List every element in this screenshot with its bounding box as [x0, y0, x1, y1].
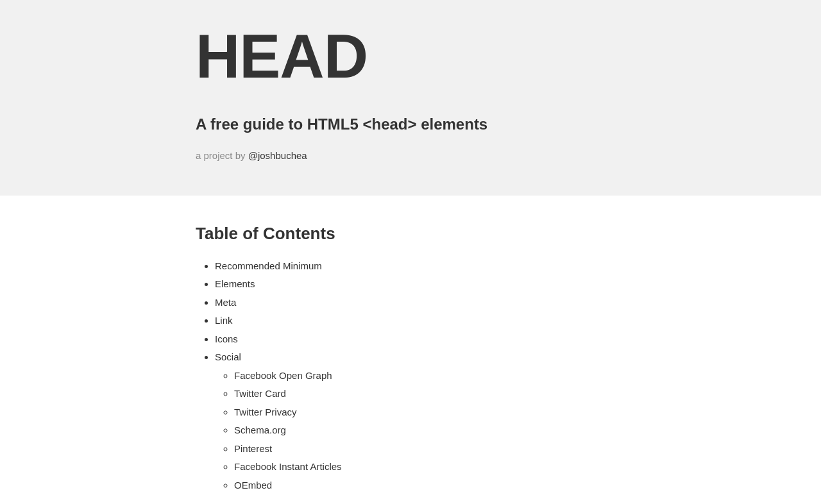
toc-heading: Table of Contents [196, 221, 625, 246]
list-item: Elements [215, 277, 625, 292]
byline-prefix: a project by [196, 150, 248, 161]
toc-link-link[interactable]: Link [215, 315, 233, 326]
list-item: Recommended Minimum [215, 259, 625, 274]
hero-subtitle: A free guide to HTML5 <head> elements [196, 113, 625, 136]
list-item: Icons [215, 332, 625, 347]
toc-link-facebook-open-graph[interactable]: Facebook Open Graph [234, 370, 332, 381]
byline-author-link[interactable]: @joshbuchea [248, 150, 307, 161]
toc-link-twitter-privacy[interactable]: Twitter Privacy [234, 407, 297, 417]
list-item: Pinterest [234, 442, 625, 457]
list-item: Twitter Card [234, 387, 625, 401]
toc-link-icons[interactable]: Icons [215, 333, 238, 344]
toc-link-social[interactable]: Social [215, 351, 241, 362]
toc-sublist: Facebook Open Graph Twitter Card Twitter… [215, 369, 625, 493]
list-item: OEmbed [234, 478, 625, 493]
list-item: Twitter Privacy [234, 405, 625, 420]
toc-link-oembed[interactable]: OEmbed [234, 480, 272, 491]
list-item: Facebook Open Graph [234, 369, 625, 383]
toc-link-recommended-minimum[interactable]: Recommended Minimum [215, 260, 322, 271]
toc-link-twitter-card[interactable]: Twitter Card [234, 388, 286, 399]
toc-link-elements[interactable]: Elements [215, 278, 255, 289]
toc-link-facebook-instant-articles[interactable]: Facebook Instant Articles [234, 461, 342, 472]
list-item: Facebook Instant Articles [234, 460, 625, 475]
toc-link-schema-org[interactable]: Schema.org [234, 424, 286, 435]
toc-link-pinterest[interactable]: Pinterest [234, 443, 272, 454]
content-section: Table of Contents Recommended Minimum El… [0, 196, 821, 505]
list-item: Meta [215, 296, 625, 310]
hero-section: HEAD A free guide to HTML5 <head> elemen… [0, 0, 821, 196]
list-item: Link [215, 314, 625, 328]
list-item-social: Social Facebook Open Graph Twitter Card … [215, 350, 625, 492]
toc-link-meta[interactable]: Meta [215, 297, 236, 308]
page-title: HEAD [196, 26, 625, 87]
toc-list: Recommended Minimum Elements Meta Link I… [196, 259, 625, 493]
list-item: Schema.org [234, 423, 625, 438]
hero-byline: a project by @joshbuchea [196, 149, 625, 164]
